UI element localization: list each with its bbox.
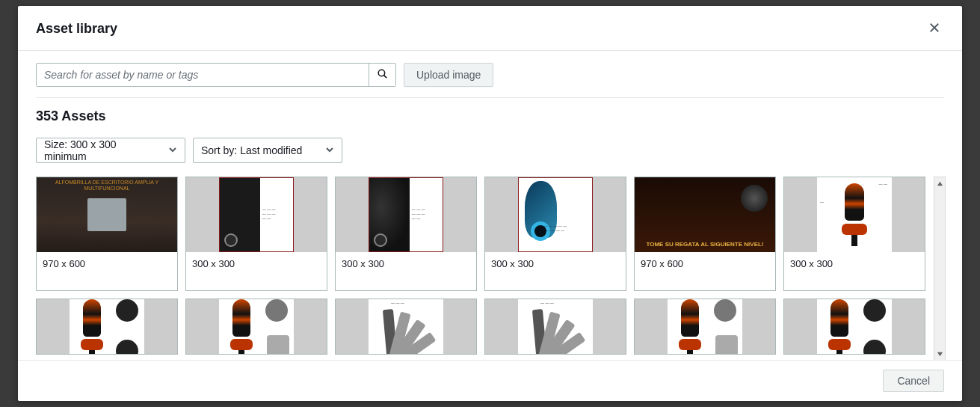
assets-count: 353 Assets xyxy=(36,108,944,124)
asset-size-label: 300 x 300 xyxy=(485,252,626,290)
sort-select[interactable]: Sort by: Last modified xyxy=(193,138,342,163)
modal-body: Upload image 353 Assets Size: 300 x 300 … xyxy=(18,51,962,360)
asset-card[interactable]: — — — — —— — — —300 x 300 xyxy=(484,177,626,291)
asset-thumbnail: — —— — — xyxy=(336,299,476,354)
asset-card[interactable]: TOME SU REGATA AL SIGUIENTE NIVEL!970 x … xyxy=(634,177,776,291)
asset-card[interactable]: — — —— — —— —300 x 300 xyxy=(185,177,327,291)
asset-size-label: 300 x 300 xyxy=(336,252,476,290)
asset-library-modal: Asset library Upload image 353 Assets xyxy=(18,6,962,401)
cancel-button[interactable]: Cancel xyxy=(883,370,944,392)
modal-footer: Cancel xyxy=(18,360,962,401)
asset-card[interactable] xyxy=(185,299,327,355)
asset-size-label: 300 x 300 xyxy=(784,252,925,290)
asset-thumbnail xyxy=(784,299,925,354)
asset-thumbnail xyxy=(635,299,775,354)
asset-card[interactable]: — — —— — —— —300 x 300 xyxy=(335,177,477,291)
asset-card[interactable]: — —— — — xyxy=(484,299,626,355)
asset-thumbnail: TOME SU REGATA AL SIGUIENTE NIVEL! xyxy=(635,177,775,252)
upload-image-button[interactable]: Upload image xyxy=(404,63,493,87)
scroll-down-icon[interactable] xyxy=(934,348,945,360)
scroll-up-icon[interactable] xyxy=(934,177,945,189)
asset-card[interactable] xyxy=(36,299,178,355)
close-icon xyxy=(928,25,941,37)
asset-size-label: 970 x 600 xyxy=(37,252,177,290)
asset-card[interactable]: — ——300 x 300 xyxy=(783,177,925,291)
asset-thumbnail: — — —— — —— — xyxy=(186,177,327,252)
close-button[interactable] xyxy=(925,18,944,40)
filters-row: Size: 300 x 300 minimum Sort by: Last mo… xyxy=(36,138,944,163)
chevron-down-icon xyxy=(168,144,177,156)
search-icon xyxy=(376,67,389,82)
search-button[interactable] xyxy=(369,64,395,86)
divider xyxy=(36,97,944,98)
asset-thumbnail: ALFOMBRILLA DE ESCRITORIO AMPLIA Y MULTI… xyxy=(37,177,177,252)
svg-point-0 xyxy=(378,70,385,76)
assets-area: ALFOMBRILLA DE ESCRITORIO AMPLIA Y MULTI… xyxy=(36,177,944,360)
asset-card[interactable] xyxy=(634,299,776,355)
asset-card[interactable]: ALFOMBRILLA DE ESCRITORIO AMPLIA Y MULTI… xyxy=(36,177,178,291)
asset-size-label: 300 x 300 xyxy=(186,252,327,290)
assets-scroll[interactable]: ALFOMBRILLA DE ESCRITORIO AMPLIA Y MULTI… xyxy=(36,177,944,360)
asset-card[interactable]: — —— — — xyxy=(335,299,477,355)
assets-scrollbar[interactable] xyxy=(934,177,946,360)
asset-thumbnail: — —— xyxy=(784,177,925,252)
search-row: Upload image xyxy=(36,63,944,87)
search-input[interactable] xyxy=(37,64,369,86)
size-filter-select[interactable]: Size: 300 x 300 minimum xyxy=(36,138,185,163)
asset-thumbnail: — —— — — xyxy=(485,299,626,354)
size-filter-label: Size: 300 x 300 minimum xyxy=(44,138,161,162)
chevron-down-icon xyxy=(325,144,334,156)
asset-size-label: 970 x 600 xyxy=(635,252,775,290)
assets-grid: ALFOMBRILLA DE ESCRITORIO AMPLIA Y MULTI… xyxy=(36,177,944,355)
search-wrap xyxy=(36,63,396,87)
asset-card[interactable] xyxy=(783,299,925,355)
asset-thumbnail xyxy=(37,299,177,354)
modal-title: Asset library xyxy=(36,21,117,37)
sort-label: Sort by: Last modified xyxy=(201,144,302,156)
asset-thumbnail xyxy=(186,299,327,354)
asset-thumbnail: — — —— — —— — xyxy=(336,177,476,252)
asset-thumbnail: — — — — —— — — — xyxy=(485,177,626,252)
modal-header: Asset library xyxy=(18,6,962,51)
